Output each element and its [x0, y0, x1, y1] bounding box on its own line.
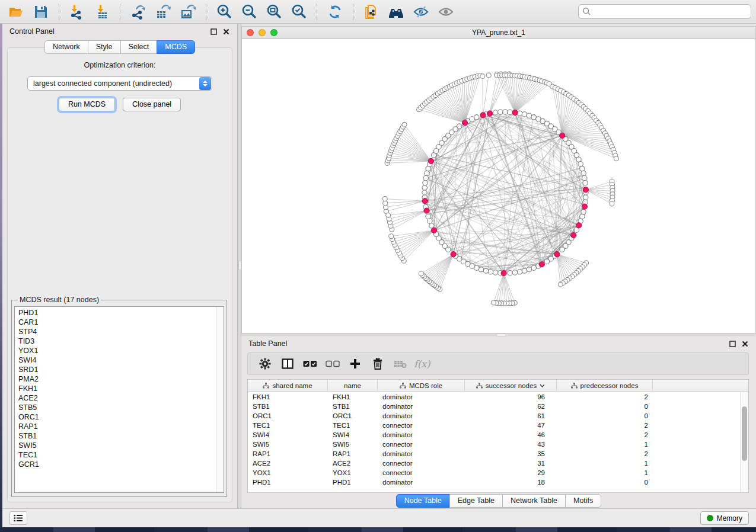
mcds-result-item[interactable]: TEC1 [18, 450, 216, 460]
table-cell: RAP1 [328, 449, 378, 459]
table-row[interactable]: STB1STB1dominator620 [248, 402, 740, 411]
network-graph[interactable] [242, 39, 755, 333]
select-all-button[interactable] [299, 354, 321, 373]
table-row[interactable]: TEC1TEC1connector472 [248, 421, 740, 430]
vertical-splitter[interactable] [238, 24, 241, 508]
clone-network-button[interactable] [360, 2, 382, 22]
zoom-fit-button[interactable] [263, 2, 285, 22]
table-row[interactable]: RAP1RAP1dominator352 [248, 449, 740, 459]
function-builder-button[interactable]: f(x) [412, 358, 430, 370]
table-row[interactable]: ACE2ACE2connector311 [248, 459, 740, 468]
column-header-successor-nodes[interactable]: successor nodes [465, 380, 557, 391]
window-minimize-icon[interactable] [259, 29, 266, 36]
mcds-result-item[interactable]: FKH1 [18, 384, 216, 393]
hide-selected-button[interactable] [410, 2, 432, 22]
window-zoom-icon[interactable] [270, 29, 277, 36]
add-column-button[interactable] [344, 354, 366, 373]
import-network-button[interactable] [66, 2, 88, 22]
zoom-selected-button[interactable] [288, 2, 310, 22]
mcds-result-item[interactable]: PMA2 [18, 374, 216, 384]
criterion-select[interactable]: largest connected component (undirected) [27, 76, 212, 91]
mcds-result-list[interactable]: PHD1CAR1STP4TID3YOX1SWI4SRD1PMA2FKH1ACE2… [14, 306, 224, 493]
close-panel-icon[interactable] [222, 28, 230, 36]
mcds-result-item[interactable]: PHD1 [18, 308, 216, 318]
export-network-button[interactable] [127, 2, 149, 22]
import-table-button[interactable] [91, 2, 113, 22]
mcds-result-item[interactable]: SWI4 [18, 355, 216, 365]
tab-mcds[interactable]: MCDS [157, 40, 195, 54]
table-cell: 29 [465, 468, 557, 477]
delete-table-button[interactable] [389, 354, 412, 373]
search-input[interactable] [594, 8, 747, 16]
import-table-icon [94, 4, 110, 20]
mcds-list-scrollbar[interactable] [216, 307, 224, 492]
tab-node-table[interactable]: Node Table [396, 494, 450, 508]
tab-edge-table[interactable]: Edge Table [449, 494, 503, 508]
mcds-result-item[interactable]: STB1 [18, 431, 216, 441]
table-cell: ACE2 [248, 459, 328, 468]
deselect-all-button[interactable] [321, 354, 344, 373]
zoom-in-button[interactable] [213, 2, 235, 22]
export-image-button[interactable] [177, 2, 199, 22]
close-panel-icon[interactable] [741, 340, 749, 348]
tab-network[interactable]: Network [44, 40, 88, 54]
mcds-result-item[interactable]: GCR1 [18, 460, 216, 469]
table-row[interactable]: SWI4SWI4dominator462 [248, 430, 740, 440]
mcds-result-item[interactable]: CAR1 [18, 318, 216, 327]
table-row[interactable]: FKH1FKH1dominator962 [248, 392, 740, 402]
zoom-out-button[interactable] [238, 2, 260, 22]
tab-motifs[interactable]: Motifs [565, 494, 601, 508]
window-close-icon[interactable] [247, 29, 254, 36]
memory-button[interactable]: Memory [700, 511, 749, 525]
table-row[interactable]: PHD1PHD1dominator180 [248, 477, 740, 487]
task-history-button[interactable] [9, 511, 27, 525]
delete-column-button[interactable] [366, 354, 389, 373]
table-cell: connector [378, 440, 465, 449]
network-canvas[interactable] [242, 39, 755, 333]
splitter-grip[interactable] [238, 261, 241, 270]
network-titlebar[interactable]: YPA_prune.txt_1 [242, 27, 755, 39]
clone-network-icon [363, 4, 379, 20]
column-layout-button[interactable] [276, 354, 299, 373]
table-row[interactable]: SWI5SWI5connector431 [248, 440, 740, 449]
tab-network-table[interactable]: Network Table [502, 494, 566, 508]
mcds-result-item[interactable]: TID3 [18, 336, 216, 346]
refresh-layout-button[interactable] [324, 2, 346, 22]
network-search-box[interactable] [578, 4, 751, 19]
mcds-result-item[interactable]: YOX1 [18, 346, 216, 355]
table-scrollbar[interactable] [740, 392, 748, 492]
search-network-button[interactable] [385, 2, 407, 22]
column-header-name[interactable]: name [328, 380, 378, 391]
export-table-button[interactable] [152, 2, 174, 22]
select-stepper-icon [199, 77, 211, 90]
table-settings-button[interactable] [254, 354, 276, 373]
table-cell: ACE2 [328, 459, 378, 468]
mcds-result-item[interactable]: ACE2 [18, 393, 216, 403]
close-panel-button[interactable]: Close panel [123, 98, 181, 111]
column-header-shared-name[interactable]: shared name [248, 380, 328, 391]
table-cell: dominator [378, 402, 465, 411]
float-panel-icon[interactable] [729, 340, 736, 348]
table-row[interactable]: YOX1YOX1connector291 [248, 468, 740, 477]
run-mcds-button[interactable]: Run MCDS [59, 98, 115, 111]
splitter-grip[interactable] [496, 334, 506, 336]
mcds-result-item[interactable]: STB5 [18, 403, 216, 412]
column-header-MCDS-role[interactable]: MCDS role [378, 380, 465, 391]
mcds-result-item[interactable]: SRD1 [18, 365, 216, 374]
mcds-result-item[interactable]: SWI5 [18, 441, 216, 450]
mcds-result-item[interactable]: ORC1 [18, 412, 216, 422]
horizontal-splitter[interactable] [241, 334, 756, 336]
table-cell: 1 [557, 459, 653, 468]
mcds-result-item[interactable]: RAP1 [18, 422, 216, 431]
column-header-predecessor-nodes[interactable]: predecessor nodes [557, 380, 653, 391]
save-session-button[interactable] [30, 2, 52, 22]
scrollbar-thumb[interactable] [742, 406, 747, 461]
mcds-result-item[interactable]: STP4 [18, 327, 216, 336]
float-panel-icon[interactable] [210, 28, 218, 36]
open-file-button[interactable] [5, 2, 27, 22]
show-hidden-button[interactable] [435, 2, 457, 22]
tab-select[interactable]: Select [120, 40, 158, 54]
table-row[interactable]: ORC1ORC1dominator610 [248, 411, 740, 421]
table-cell: ORC1 [248, 411, 328, 421]
tab-style[interactable]: Style [88, 40, 121, 54]
